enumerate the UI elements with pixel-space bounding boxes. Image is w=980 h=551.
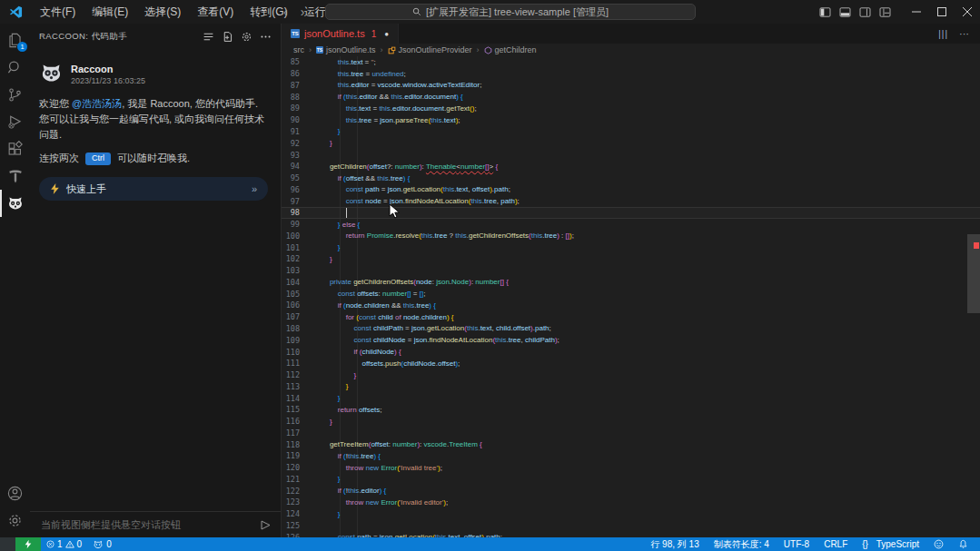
sidebar-item-source-control[interactable]: [0, 81, 30, 108]
code-line-106[interactable]: 106 if (node.children && this.tree) {: [282, 300, 980, 311]
menu-selection[interactable]: 选择(S): [136, 0, 189, 24]
back-arrow-icon[interactable]: ‹: [283, 5, 288, 19]
sidebar-item-explorer[interactable]: 1: [0, 26, 30, 54]
code-line-123[interactable]: 123 throw new Error('Invalid editor');: [282, 497, 980, 508]
code-line-92[interactable]: 92 }: [282, 137, 980, 149]
tab-jsonoutline[interactable]: TS jsonOutline.ts 1 ●: [282, 24, 399, 44]
code-line-99[interactable]: 99 } else {: [282, 219, 980, 231]
code-line-101[interactable]: 101 }: [282, 241, 980, 253]
line-text: }: [322, 510, 340, 518]
code-line-86[interactable]: 86 this.tree = undefined;: [282, 68, 980, 80]
editor-more-actions-icon[interactable]: ···: [959, 28, 969, 39]
code-line-104[interactable]: 104 private getChildrenOffsets(node: jso…: [282, 277, 980, 289]
code-line-90[interactable]: 90 this.tree = json.parseTree(this.text)…: [282, 114, 980, 126]
code-line-122[interactable]: 122 if (!this.editor) {: [282, 485, 980, 497]
code-line-124[interactable]: 124 }: [282, 508, 980, 520]
code-line-100[interactable]: 100 return Promise.resolve(this.tree ? t…: [282, 230, 980, 241]
code-line-89[interactable]: 89 this.text = this.editor.document.getT…: [282, 103, 980, 114]
sidebar-item-tree-view-sample[interactable]: [0, 162, 30, 190]
toggle-sidebar-icon[interactable]: [819, 7, 831, 17]
code-line-98[interactable]: 98: [282, 207, 980, 219]
feedback-smiley-icon[interactable]: [929, 537, 948, 551]
menu-view[interactable]: 查看(V): [189, 0, 242, 24]
code-line-107[interactable]: 107 for (const child of node.children) {: [282, 311, 980, 323]
split-editor-icon[interactable]: |||: [938, 29, 948, 39]
code-line-126[interactable]: 126 const path = json.getLocation(this.t…: [282, 531, 980, 537]
send-icon[interactable]: [260, 519, 272, 531]
code-line-114[interactable]: 114 }: [282, 392, 980, 404]
code-line-118[interactable]: 118 getTreeItem(offset: number): vscode.…: [282, 438, 980, 450]
code-line-85[interactable]: 85 this.text = '';: [282, 56, 980, 68]
code-line-94[interactable]: 94 getChildren(offset?: number): Thenabl…: [282, 161, 980, 172]
remote-indicator[interactable]: [15, 537, 41, 551]
code-line-119[interactable]: 119 if (!this.tree) {: [282, 450, 980, 462]
sidebar-item-search[interactable]: [0, 54, 30, 81]
window-title: [扩展开发宿主] tree-view-sample [管理员]: [426, 5, 609, 19]
code-line-115[interactable]: 115 return offsets;: [282, 404, 980, 416]
raccoon-status[interactable]: 0: [87, 537, 117, 551]
code-line-108[interactable]: 108 const childPath = json.getLocation(t…: [282, 323, 980, 335]
new-chat-icon[interactable]: [222, 31, 233, 43]
toggle-panel-icon[interactable]: [839, 7, 851, 17]
code-line-113[interactable]: 113 }: [282, 380, 980, 392]
problems-indicator[interactable]: 1 0: [41, 537, 87, 551]
code-line-109[interactable]: 109 const childNode = json.findNodeAtLoc…: [282, 334, 980, 346]
quickstart-button[interactable]: 快速上手 »: [39, 177, 268, 201]
close-button[interactable]: [955, 0, 980, 24]
editor-scrollbar[interactable]: [967, 56, 980, 537]
sidebar-item-extensions[interactable]: [0, 135, 30, 162]
indentation-setting[interactable]: 制表符长度: 4: [709, 537, 774, 551]
maximize-button[interactable]: [929, 0, 955, 24]
code-line-120[interactable]: 120 throw new Error('Invalid tree');: [282, 462, 980, 474]
language-mode[interactable]: {} TypeScript: [857, 537, 924, 551]
history-list-icon[interactable]: [203, 31, 214, 43]
code-editor[interactable]: 85 this.text = '';86 this.tree = undefin…: [282, 56, 980, 537]
customize-layout-icon[interactable]: [879, 7, 891, 17]
toggle-secondary-sidebar-icon[interactable]: [859, 7, 871, 17]
code-line-112[interactable]: 112 }: [282, 369, 980, 381]
breadcrumb-file[interactable]: TSjsonOutline.ts: [316, 45, 376, 54]
code-line-96[interactable]: 96 const path = json.getLocation(this.te…: [282, 183, 980, 195]
forward-arrow-icon[interactable]: ›: [301, 5, 305, 19]
code-line-121[interactable]: 121 }: [282, 474, 980, 486]
encoding[interactable]: UTF-8: [779, 537, 814, 551]
code-line-105[interactable]: 105 const offsets: number[] = [];: [282, 288, 980, 300]
more-actions-icon[interactable]: [260, 31, 272, 43]
code-line-125[interactable]: 125: [282, 520, 980, 532]
code-line-88[interactable]: 88 if (this.editor && this.editor.docume…: [282, 91, 980, 103]
line-text: offsets.push(childNode.offset);: [322, 359, 460, 368]
sidebar-item-run-debug[interactable]: [0, 108, 30, 135]
line-text: if (!this.editor) {: [322, 487, 386, 495]
code-line-103[interactable]: 103: [282, 265, 980, 277]
code-line-93[interactable]: 93: [282, 149, 980, 161]
menu-file[interactable]: 文件(F): [32, 0, 84, 24]
breadcrumb-class[interactable]: JsonOutlineProvider: [388, 45, 472, 54]
code-line-102[interactable]: 102 }: [282, 253, 980, 265]
code-line-116[interactable]: 116 }: [282, 416, 980, 428]
raccoon-avatar: [39, 62, 64, 84]
breadcrumb-src[interactable]: src: [293, 45, 304, 54]
code-line-87[interactable]: 87 this.editor = vscode.window.activeTex…: [282, 80, 980, 92]
eol-sequence[interactable]: CRLF: [819, 537, 852, 551]
code-line-111[interactable]: 111 offsets.push(childNode.offset);: [282, 358, 980, 369]
code-line-97[interactable]: 97 const node = json.findNodeAtLocation(…: [282, 195, 980, 207]
code-line-91[interactable]: 91 }: [282, 126, 980, 138]
account-button[interactable]: [0, 479, 30, 507]
minimize-button[interactable]: [904, 0, 929, 24]
line-number: 122: [282, 487, 300, 496]
breadcrumb-method[interactable]: getChildren: [484, 45, 537, 54]
settings-gear-icon[interactable]: [241, 31, 252, 43]
settings-button[interactable]: [0, 507, 30, 534]
sidebar-item-raccoon[interactable]: [0, 190, 30, 217]
line-text: return offsets;: [322, 406, 382, 414]
notifications-bell-icon[interactable]: [954, 537, 973, 551]
menu-edit[interactable]: 编辑(E): [84, 0, 136, 24]
code-line-110[interactable]: 110 if (childNode) {: [282, 346, 980, 358]
code-line-95[interactable]: 95 if (offset && this.tree) {: [282, 172, 980, 184]
dirty-indicator-icon[interactable]: ●: [384, 30, 389, 38]
cursor-position[interactable]: 行 98, 列 13: [646, 537, 703, 551]
command-center-search[interactable]: [扩展开发宿主] tree-view-sample [管理员]: [325, 4, 696, 20]
code-line-117[interactable]: 117: [282, 428, 980, 439]
chat-input[interactable]: [39, 518, 260, 531]
symbol-method-icon: [484, 46, 492, 54]
